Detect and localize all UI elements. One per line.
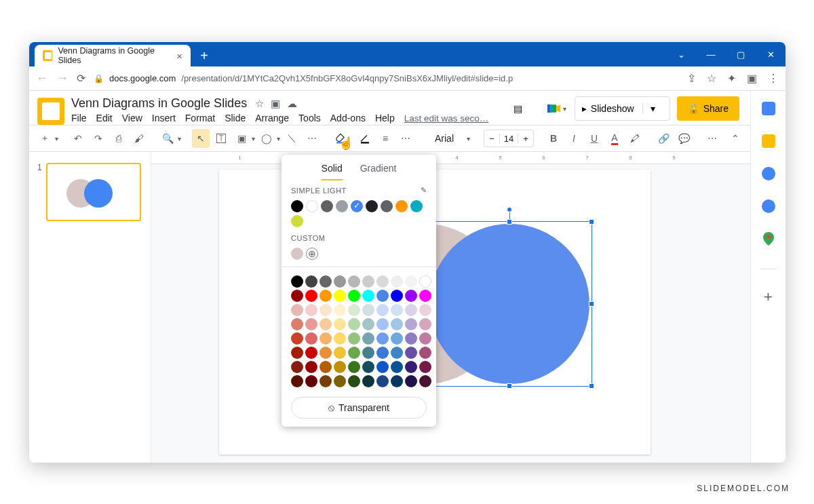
font-size-decrease[interactable]: − [484,134,499,144]
image-tool[interactable]: ▣ [233,129,250,148]
new-slide-button[interactable]: ＋ [36,129,54,148]
new-tab-button[interactable]: + [195,46,214,65]
shape-tool[interactable]: ◯ [258,129,275,148]
paint-format-button[interactable]: 🖌 [130,129,148,148]
palette-swatch[interactable] [334,290,346,302]
palette-swatch[interactable] [376,290,389,302]
palette-swatch[interactable] [391,304,403,316]
menu-file[interactable]: File [71,113,87,123]
palette-swatch[interactable] [405,347,417,359]
menu-add-ons[interactable]: Add-ons [330,113,366,123]
palette-swatch[interactable] [291,361,303,373]
minimize-button[interactable]: — [696,42,726,66]
palette-swatch[interactable] [419,347,431,359]
comment-tool[interactable]: ⋯ [303,129,321,148]
palette-swatch[interactable] [362,375,374,387]
slideshow-dropdown[interactable]: ▾ [642,103,663,114]
border-color-button[interactable] [356,129,374,148]
theme-swatch[interactable] [291,215,303,227]
palette-swatch[interactable] [391,347,403,359]
palette-swatch[interactable] [405,361,417,373]
underline-button[interactable]: U [585,129,603,148]
meet-button[interactable]: ▾ [541,96,568,121]
palette-swatch[interactable] [305,347,317,359]
calendar-icon[interactable] [762,102,775,115]
palette-swatch[interactable] [391,275,403,288]
palette-swatch[interactable] [348,332,360,345]
palette-swatch[interactable] [291,304,303,316]
resize-handle[interactable] [589,383,594,389]
edit-theme-icon[interactable]: ✎ [421,186,427,195]
theme-swatch[interactable] [381,200,393,212]
palette-swatch[interactable] [305,332,317,345]
palette-swatch[interactable] [334,361,346,373]
star-icon[interactable]: ☆ [255,98,264,110]
palette-swatch[interactable] [319,318,332,330]
maps-icon[interactable] [762,232,775,246]
palette-swatch[interactable] [391,332,403,345]
palette-swatch[interactable] [362,318,374,330]
palette-swatch[interactable] [376,275,389,288]
palette-swatch[interactable] [319,361,332,373]
slide-thumbnail-1[interactable] [46,163,141,221]
theme-swatch[interactable] [321,200,333,212]
bold-button[interactable]: B [545,129,562,148]
palette-swatch[interactable] [419,318,431,330]
menu-edit[interactable]: Edit [96,113,113,123]
line-tool[interactable]: ＼ [283,129,301,148]
menu-insert[interactable]: Insert [152,113,176,123]
document-title[interactable]: Venn Diagrams in Google Slides [71,96,247,111]
palette-swatch[interactable] [391,375,403,387]
palette-swatch[interactable] [305,361,317,373]
palette-swatch[interactable] [405,275,417,288]
insert-comment-button[interactable]: 💬 [675,129,693,148]
palette-swatch[interactable] [391,361,403,373]
slideshow-button[interactable]: ▸ Slideshow ▾ [575,96,670,121]
browser-menu-icon[interactable]: ⋮ [768,72,779,85]
theme-swatch[interactable] [366,200,378,212]
palette-swatch[interactable] [291,375,303,387]
select-tool[interactable]: ↖ [192,129,210,148]
palette-swatch[interactable] [376,361,389,373]
theme-swatch[interactable] [291,200,303,212]
textbox-tool[interactable]: 🅃 [212,129,230,148]
tab-close-icon[interactable]: × [176,50,182,62]
font-family-select[interactable]: Arial [425,129,473,148]
palette-swatch[interactable] [334,318,346,330]
resize-handle[interactable] [507,219,512,225]
palette-swatch[interactable] [348,347,360,359]
close-window-button[interactable]: ✕ [756,42,786,66]
palette-swatch[interactable] [419,275,431,288]
text-color-button[interactable]: A [606,129,623,148]
palette-swatch[interactable] [419,361,431,373]
palette-swatch[interactable] [362,347,374,359]
palette-swatch[interactable] [362,275,374,288]
palette-swatch[interactable] [419,290,431,302]
maximize-button[interactable]: ▢ [726,42,756,66]
add-panel-button[interactable]: + [764,288,773,306]
palette-swatch[interactable] [405,332,417,345]
palette-swatch[interactable] [419,375,431,387]
theme-swatch[interactable] [410,200,423,212]
chevron-down-icon[interactable]: ⌄ [666,42,696,66]
palette-swatch[interactable] [305,304,317,316]
palette-swatch[interactable] [319,375,332,387]
palette-swatch[interactable] [362,290,374,302]
add-custom-color[interactable]: ⊕ [306,248,318,260]
resize-handle[interactable] [589,301,594,307]
palette-swatch[interactable] [305,318,317,330]
palette-swatch[interactable] [348,304,360,316]
palette-swatch[interactable] [319,347,332,359]
border-weight-button[interactable]: ≡ [376,129,394,148]
tab-solid[interactable]: Solid [322,163,343,180]
palette-swatch[interactable] [319,304,332,316]
comments-button[interactable]: ▤ [507,96,534,121]
resize-handle[interactable] [589,219,594,225]
palette-swatch[interactable] [348,361,360,373]
menu-view[interactable]: View [122,113,142,123]
url-field[interactable]: 🔒 docs.google.com/presentation/d/1MYtCa2… [94,73,679,83]
palette-swatch[interactable] [405,304,417,316]
edit-status[interactable]: Last edit was seco… [404,113,489,123]
palette-swatch[interactable] [376,375,389,387]
palette-swatch[interactable] [376,332,389,345]
